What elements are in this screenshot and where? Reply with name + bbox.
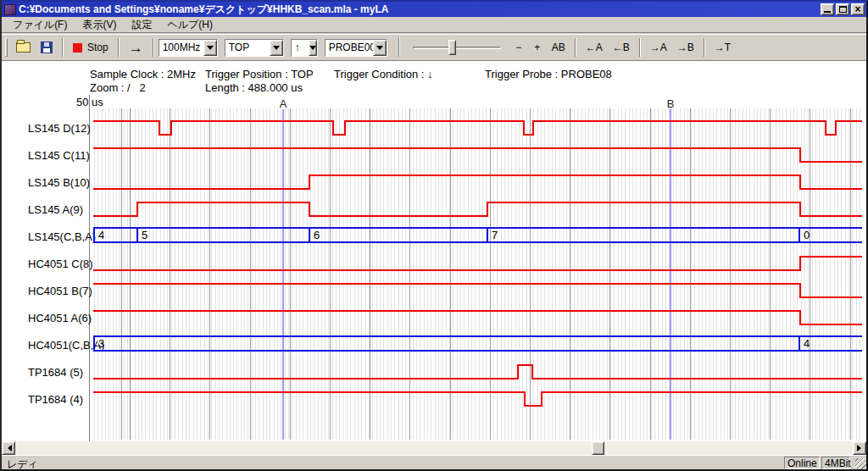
goto-cursor-b-button[interactable]: ←B <box>608 37 635 58</box>
signal-trace <box>93 392 862 406</box>
zoom-slider[interactable] <box>413 38 501 57</box>
trigger-probe-value: PROBE00 <box>326 40 373 56</box>
chevron-down-icon <box>376 46 383 53</box>
horizontal-scrollbar[interactable] <box>2 441 866 455</box>
sample-clock-select[interactable]: 100MHz <box>159 39 218 57</box>
trigger-edge-value: ↑ <box>292 40 309 56</box>
trigger-position-select[interactable]: TOP <box>225 39 284 57</box>
scroll-right-button[interactable] <box>853 441 866 455</box>
channel-label: HC4051 B(7) <box>28 285 92 298</box>
dropdown-button[interactable] <box>309 40 317 56</box>
chevron-down-icon <box>207 46 214 53</box>
arrow-right-icon <box>857 445 865 452</box>
waveform-area[interactable]: 4567034AB <box>93 98 862 440</box>
chevron-down-icon <box>309 46 316 53</box>
save-file-button[interactable] <box>36 37 58 58</box>
zoom-slider-thumb[interactable] <box>448 40 456 55</box>
dropdown-button[interactable] <box>373 40 387 56</box>
trigger-probe-info: Trigger Probe : PROBE08 <box>485 68 612 80</box>
channel-label: LS145 B(10) <box>28 176 90 190</box>
toolbar-grip[interactable] <box>5 38 8 57</box>
bus-value: 7 <box>492 230 498 241</box>
signal-trace <box>93 121 862 135</box>
set-cursor-b-button[interactable]: →B <box>672 37 699 58</box>
bus-value: 3 <box>98 338 104 350</box>
trigger-edge-select[interactable]: ↑ <box>291 39 318 57</box>
run-button[interactable]: → <box>124 37 148 58</box>
signal-trace <box>93 284 862 297</box>
dropdown-button[interactable] <box>270 40 283 56</box>
channel-label: TP1684 (5) <box>28 366 83 380</box>
trigger-condition-info: Trigger Condition : ↓ <box>334 68 433 80</box>
app-icon <box>4 4 16 15</box>
scrollbar-thumb[interactable] <box>592 441 604 455</box>
channel-label: HC4051 A(6) <box>28 312 92 325</box>
toolbar-separator <box>118 38 120 57</box>
toolbar-separator <box>153 38 154 57</box>
goto-cursor-a-button[interactable]: ←A <box>581 37 608 58</box>
cursor-b-label: B <box>665 97 676 110</box>
cursor-a-label: A <box>278 97 288 110</box>
ab-range-button[interactable]: AB <box>547 37 570 58</box>
toolbar-separator <box>62 38 64 57</box>
close-button[interactable]: × <box>851 3 865 15</box>
signal-trace <box>93 311 862 324</box>
memory-status-badge: 4MBit <box>821 457 850 469</box>
signal-trace <box>93 202 862 216</box>
zoom-info: Zoom : / 2 <box>90 81 146 94</box>
signal-trace <box>93 365 862 379</box>
channel-label: LS145 A(9) <box>28 203 83 217</box>
menu-settings[interactable]: 設定 <box>124 16 159 34</box>
toolbar: Stop → 100MHz TOP ↑ PROBE00 − + AB ←A <box>2 34 866 60</box>
arrow-left-icon <box>4 445 12 452</box>
close-icon: × <box>854 3 860 15</box>
length-info: Length : 488.000 us <box>205 81 303 94</box>
toolbar-separator <box>704 38 705 57</box>
maximize-button[interactable] <box>836 3 849 15</box>
toolbar-separator <box>398 38 400 57</box>
signal-trace <box>93 175 862 189</box>
toolbar-separator <box>575 38 576 57</box>
stop-label: Stop <box>87 42 108 53</box>
set-cursor-a-button[interactable]: →A <box>645 37 672 58</box>
title-bar[interactable]: C:¥Documents and Settings¥noname¥デスクトップ¥… <box>2 2 866 17</box>
stop-icon <box>73 43 82 53</box>
menu-help[interactable]: ヘルプ(H) <box>159 16 220 34</box>
app-window: C:¥Documents and Settings¥noname¥デスクトップ¥… <box>0 0 868 471</box>
zoom-slider-track <box>413 47 501 49</box>
trigger-probe-select[interactable]: PROBE00 <box>325 39 387 57</box>
resize-grip[interactable] <box>855 458 866 469</box>
zoom-in-button[interactable]: + <box>528 37 547 58</box>
trigger-position-value: TOP <box>225 40 270 56</box>
open-file-button[interactable] <box>11 37 36 58</box>
chevron-down-icon <box>273 46 280 53</box>
channel-label: TP1684 (4) <box>28 393 83 407</box>
scroll-left-button[interactable] <box>2 441 15 455</box>
bus-value: 5 <box>142 230 147 241</box>
online-status-badge: Online <box>784 457 820 469</box>
maximize-icon <box>839 6 847 13</box>
sample-clock-info: Sample Clock : 2MHz <box>90 68 196 80</box>
channel-label: LS145(C,B,A) <box>28 230 96 244</box>
toolbar-separator <box>639 38 641 57</box>
stop-button[interactable]: Stop <box>68 37 114 58</box>
waveform-svg <box>93 98 862 440</box>
bus-value: 0 <box>804 230 810 241</box>
menu-file[interactable]: ファイル(F) <box>5 16 75 34</box>
signal-trace <box>93 257 862 270</box>
channel-label: LS145 C(11) <box>28 149 90 163</box>
run-arrow-icon: → <box>129 41 143 55</box>
signal-trace <box>93 148 862 162</box>
zoom-out-button[interactable]: − <box>509 37 528 58</box>
goto-trigger-button[interactable]: →T <box>709 37 736 58</box>
minimize-icon <box>824 11 831 13</box>
status-bar: レディ Online 4MBit <box>2 455 866 469</box>
channel-label: LS145 D(12) <box>28 122 91 136</box>
open-folder-icon <box>16 42 31 53</box>
menu-bar: ファイル(F) 表示(V) 設定 ヘルプ(H) <box>2 17 866 33</box>
minimize-button[interactable] <box>821 3 834 15</box>
waveform-panel: Sample Clock : 2MHz Trigger Position : T… <box>2 60 866 441</box>
save-icon <box>41 42 53 53</box>
menu-view[interactable]: 表示(V) <box>75 16 124 34</box>
dropdown-button[interactable] <box>203 40 217 56</box>
